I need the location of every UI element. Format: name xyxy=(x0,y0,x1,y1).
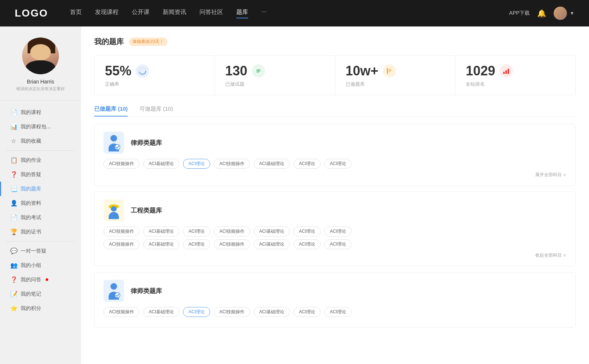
sidebar-item-favorites[interactable]: ☆ 我的收藏 xyxy=(0,134,81,148)
bank-card-engineer: 工程类题库 ACI技能操作 ACI基础理论 ACI理论 ACI技能操作 ACI基… xyxy=(94,192,576,266)
nav-questionbank[interactable]: 题库 xyxy=(236,8,248,18)
favorites-icon: ☆ xyxy=(10,138,17,144)
bank-card-lawyer-1-header: 律师类题库 xyxy=(103,132,567,154)
svg-point-19 xyxy=(110,283,117,290)
bank-card-engineer-icon xyxy=(103,199,124,221)
tag-item[interactable]: ACI理论 xyxy=(324,307,352,317)
tag-item[interactable]: ACI技能操作 xyxy=(214,226,250,236)
tag-item[interactable]: ACI理论 xyxy=(293,159,321,169)
tutoring-icon: 💬 xyxy=(10,247,17,254)
tag-item-active[interactable]: ACI理论 xyxy=(183,159,210,169)
certificate-icon: 🏆 xyxy=(10,228,17,235)
nav-discover[interactable]: 发现课程 xyxy=(95,8,119,18)
sidebar-item-homework[interactable]: 📋 我的作业 xyxy=(0,153,81,167)
svg-point-14 xyxy=(110,135,117,142)
sidebar-item-exam[interactable]: 📄 我的考试 xyxy=(0,210,81,225)
expand-all-subjects-link-1[interactable]: 展开全部科目 ∨ xyxy=(103,172,567,178)
sidebar-item-notes[interactable]: 📝 我的笔记 xyxy=(0,287,81,301)
avatar xyxy=(22,38,59,74)
sidebar-label-exam: 我的考试 xyxy=(21,214,41,221)
bank-card-lawyer-3-tags: ACI技能操作 ACI基础理论 ACI理论 ACI技能操作 ACI基础理论 AC… xyxy=(103,307,567,317)
stat-rank: 1029 全站排名 xyxy=(455,56,575,95)
stat-accuracy-top: 55% xyxy=(105,63,204,79)
stat-accuracy: 55% 正确率 xyxy=(95,56,215,95)
tag-item[interactable]: ACI基础理论 xyxy=(143,159,179,169)
homework-icon: 📋 xyxy=(10,157,17,164)
sidebar-item-profile[interactable]: 👤 我的资料 xyxy=(0,196,81,210)
sidebar-label-questionbank: 我的题库 xyxy=(21,186,41,192)
bank-card-lawyer-1-name: 律师类题库 xyxy=(131,139,162,147)
sidebar-label-course: 我的课程 xyxy=(21,109,41,116)
tag-item[interactable]: ACI理论 xyxy=(324,239,352,249)
done-questions-list-icon xyxy=(252,64,265,78)
tag-item[interactable]: ACI基础理论 xyxy=(143,307,179,317)
nav-more[interactable]: ··· xyxy=(261,8,266,18)
sidebar-label-group: 我的小组 xyxy=(21,262,41,269)
tag-item[interactable]: ACI技能操作 xyxy=(103,239,140,249)
tag-item[interactable]: ACI技能操作 xyxy=(214,159,250,169)
tab-available-banks[interactable]: 可做题库 (10) xyxy=(140,106,173,116)
tag-item[interactable]: ACI基础理论 xyxy=(143,226,179,236)
stat-accuracy-label: 正确率 xyxy=(105,81,204,88)
stat-done-questions: 130 已做试题 xyxy=(215,56,335,95)
tag-item[interactable]: ACI理论 xyxy=(293,307,321,317)
sidebar-label-myqa: 我的问答 xyxy=(21,276,41,283)
tag-item[interactable]: ACI理论 xyxy=(324,226,352,236)
nav-qa[interactable]: 问答社区 xyxy=(200,8,223,18)
nav-home[interactable]: 首页 xyxy=(70,8,82,18)
nav-opencourse[interactable]: 公开课 xyxy=(132,8,149,18)
sidebar-item-points[interactable]: ⭐ 我的积分 xyxy=(0,301,81,315)
sidebar-item-myqa[interactable]: ❓ 我的问答 xyxy=(0,272,81,287)
sidebar-label-profile: 我的资料 xyxy=(21,200,41,207)
sidebar-item-qa[interactable]: ❓ 我的答疑 xyxy=(0,167,81,182)
main-container: Brian Harris 错误的决定比没有决定要好 📄 我的课程 📊 我的课程包… xyxy=(0,26,589,364)
notes-icon: 📝 xyxy=(10,290,17,297)
tag-item[interactable]: ACI基础理论 xyxy=(254,159,290,169)
bank-card-engineer-name: 工程类题库 xyxy=(131,206,162,215)
tag-item[interactable]: ACI基础理论 xyxy=(254,307,290,317)
page-header: 我的题库 体验剩余23天！ xyxy=(94,37,576,47)
tag-item[interactable]: ACI理论 xyxy=(324,159,352,169)
tag-item[interactable]: ACI技能操作 xyxy=(103,226,140,236)
collapse-all-subjects-link[interactable]: 收起全部科目 ∧ xyxy=(103,252,567,258)
notification-bell-icon[interactable]: 🔔 xyxy=(537,9,546,18)
stat-done-questions-top: 130 xyxy=(225,63,325,79)
sidebar-item-questionbank[interactable]: 📃 我的题库 xyxy=(0,182,81,196)
myqa-notification-dot xyxy=(46,278,48,281)
qa-icon: ❓ xyxy=(10,171,17,178)
nav-news[interactable]: 新闻资讯 xyxy=(163,8,186,18)
stat-done-questions-label: 已做试题 xyxy=(225,81,325,88)
points-icon: ⭐ xyxy=(10,305,17,312)
sidebar-item-group[interactable]: 👥 我的小组 xyxy=(0,258,81,272)
tag-item-active[interactable]: ACI理论 xyxy=(183,307,210,317)
rank-bar-icon xyxy=(500,64,513,78)
sidebar-item-course-package[interactable]: 📊 我的课程包... xyxy=(0,119,81,134)
tag-item[interactable]: ACI基础理论 xyxy=(143,239,179,249)
sidebar-label-favorites: 我的收藏 xyxy=(21,138,41,144)
tag-item[interactable]: ACI理论 xyxy=(293,239,321,249)
tag-item[interactable]: ACI基础理论 xyxy=(254,239,290,249)
tag-item[interactable]: ACI技能操作 xyxy=(103,307,140,317)
tag-item[interactable]: ACI基础理论 xyxy=(254,226,290,236)
tab-done-banks[interactable]: 已做题库 (10) xyxy=(94,106,128,116)
sidebar-menu: 📄 我的课程 📊 我的课程包... ☆ 我的收藏 📋 我的作业 ❓ 我的答疑 � xyxy=(0,101,81,320)
tag-item[interactable]: ACI技能操作 xyxy=(214,307,250,317)
page-title: 我的题库 xyxy=(94,37,124,47)
profile-section: Brian Harris 错误的决定比没有决定要好 xyxy=(0,38,81,101)
stat-done-banks-top: 10w+ xyxy=(346,63,445,79)
app-download-button[interactable]: APP下载 xyxy=(509,10,530,17)
stat-rank-label: 全站排名 xyxy=(466,81,565,88)
tag-item[interactable]: ACI技能操作 xyxy=(214,239,250,249)
tag-item[interactable]: ACI理论 xyxy=(293,226,321,236)
stat-done-banks-label: 已做题库 xyxy=(346,81,445,88)
sidebar-item-certificate[interactable]: 🏆 我的证书 xyxy=(0,225,81,239)
tag-item[interactable]: ACI理论 xyxy=(183,239,210,249)
exam-icon: 📄 xyxy=(10,214,17,221)
profile-icon: 👤 xyxy=(10,200,17,207)
user-avatar-menu[interactable]: ▼ xyxy=(554,7,574,20)
sidebar-item-tutoring[interactable]: 💬 一对一答疑 xyxy=(0,244,81,258)
done-banks-book-icon xyxy=(383,64,396,78)
tag-item[interactable]: ACI技能操作 xyxy=(103,159,140,169)
tag-item[interactable]: ACI理论 xyxy=(183,226,210,236)
sidebar-item-course[interactable]: 📄 我的课程 xyxy=(0,105,81,119)
